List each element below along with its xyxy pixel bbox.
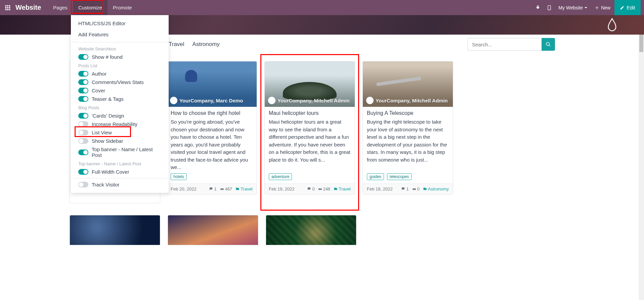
new-label: New [601, 5, 610, 10]
edit-label: Edit [627, 5, 635, 10]
card-telescope[interactable]: YourCompany, Mitchell Admin Buying A Tel… [362, 61, 453, 195]
card-title: Maui helicopter tours [269, 110, 351, 116]
comments-count: 1 [401, 186, 409, 191]
card-cover: YourCompany, Mitchell Admin [363, 61, 453, 107]
comment-icon [209, 187, 213, 191]
card-date: Feb 19, 2022 [269, 186, 295, 191]
nav-promote[interactable]: Promote [108, 0, 137, 15]
apps-icon[interactable] [3, 3, 12, 12]
category-link[interactable]: Travel [235, 186, 253, 191]
brand-title[interactable]: Website [15, 4, 41, 11]
mobile-icon[interactable] [544, 2, 555, 13]
card-author: YourCompany, Mitchell Admin [277, 98, 350, 103]
card-hotel[interactable]: YourCompany, Marc Demo How to choose the… [166, 61, 257, 195]
svg-rect-4 [7, 7, 8, 8]
card-tags: adventure [265, 173, 355, 183]
mywebsite-dropdown[interactable]: My Website [555, 5, 591, 10]
comments-count: 0 [307, 186, 314, 191]
card-partial[interactable] [168, 215, 258, 245]
tag[interactable]: adventure [269, 173, 292, 180]
avatar [366, 97, 374, 104]
search-input[interactable] [468, 38, 542, 51]
toggle-full-width-cover[interactable]: Full-Width Cover [71, 168, 169, 176]
section-posts-list: Posts List [71, 61, 169, 70]
toggle-show-sidebar[interactable]: Show Sidebar [71, 137, 169, 145]
svg-rect-8 [9, 9, 10, 10]
card-partial[interactable] [266, 215, 356, 245]
card-tags: guides telescopes [363, 173, 453, 183]
toggle-cards-design[interactable]: 'Cards' Design [71, 112, 169, 120]
tag[interactable]: telescopes [387, 173, 412, 180]
new-button[interactable]: New [591, 5, 614, 10]
tag[interactable]: guides [367, 173, 384, 180]
top-navbar: Website Pages Customize Promote My Websi… [0, 0, 644, 15]
svg-rect-7 [7, 9, 8, 10]
avatar [170, 97, 177, 104]
svg-point-12 [220, 188, 222, 190]
card-text: Maui helicopter tours are a great way to… [269, 118, 351, 164]
switch-icon [78, 121, 88, 127]
switch-icon [78, 54, 88, 60]
edit-button[interactable]: Edit [614, 0, 641, 15]
scrollbar[interactable] [639, 15, 644, 300]
card-text: Buying the right telescope to take your … [367, 118, 449, 164]
svg-point-17 [414, 188, 416, 190]
svg-rect-6 [5, 9, 7, 10]
svg-point-13 [222, 188, 224, 190]
theme-icon[interactable] [607, 18, 617, 31]
card-title: How to choose the right hotel [171, 110, 253, 116]
card-maui[interactable]: YourCompany, Mitchell Admin Maui helicop… [264, 61, 355, 195]
bug-icon[interactable] [532, 2, 544, 13]
card-footer: Feb 18, 2022 1 0 Astronomy [363, 183, 453, 194]
category-link[interactable]: Travel [334, 186, 351, 191]
card-date: Feb 20, 2022 [171, 186, 197, 191]
tag[interactable]: hotels [171, 173, 187, 180]
card-cover: YourCompany, Mitchell Admin [265, 61, 355, 107]
menu-add-features[interactable]: Add Features [71, 29, 169, 40]
customize-menu: HTML/CSS/JS Editor Add Features Website … [71, 15, 169, 193]
switch-icon [78, 113, 88, 119]
category-link[interactable]: Astronomy [423, 186, 449, 191]
svg-point-14 [318, 188, 320, 190]
toggle-show-found[interactable]: Show # found [71, 53, 169, 61]
toggle-comments-views[interactable]: Comments/Views Stats [71, 78, 169, 86]
nav-pages[interactable]: Pages [48, 0, 73, 15]
svg-rect-0 [5, 5, 7, 6]
switch-icon [78, 138, 88, 144]
caret-down-icon [584, 6, 588, 9]
section-blog-posts: Blog Posts [71, 103, 169, 112]
comment-icon [307, 187, 311, 191]
switch-icon [78, 88, 88, 93]
switch-icon [78, 79, 88, 85]
svg-point-10 [549, 9, 550, 9]
views-count: 0 [412, 186, 420, 191]
avatar [268, 97, 275, 104]
toggle-cover[interactable]: Cover [71, 86, 169, 95]
pencil-icon [620, 5, 625, 10]
views-count: 246 [318, 186, 331, 191]
toggle-list-view[interactable]: List View [71, 128, 169, 137]
filter-astronomy[interactable]: Astronomy [192, 41, 220, 48]
menu-html-editor[interactable]: HTML/CSS/JS Editor [71, 18, 169, 29]
card-footer: Feb 19, 2022 0 246 Travel [265, 183, 355, 194]
search-button[interactable] [542, 38, 555, 51]
filter-travel[interactable]: Travel [169, 41, 184, 48]
nav-customize[interactable]: Customize [73, 0, 108, 15]
card-author: YourCompany, Mitchell Admin [376, 98, 448, 103]
card-text: So you're going abroad, you've chosen yo… [171, 118, 253, 171]
views-count: 467 [220, 186, 232, 191]
switch-icon [78, 96, 88, 102]
toggle-track-visitor[interactable]: Track Visitor [71, 180, 169, 189]
svg-point-11 [546, 42, 549, 45]
toggle-top-banner[interactable]: Top banner - Name / Latest Post [71, 145, 169, 159]
comment-icon [401, 187, 405, 191]
card-partial[interactable] [70, 215, 160, 245]
folder-icon [334, 187, 338, 191]
comments-count: 1 [209, 186, 216, 191]
card-tags: hotels [167, 173, 257, 183]
toggle-teaser-tags[interactable]: Teaser & Tags [71, 95, 169, 103]
mywebsite-label: My Website [558, 5, 583, 10]
svg-rect-5 [9, 7, 10, 8]
toggle-author[interactable]: Author [71, 70, 169, 78]
toggle-increase-readability[interactable]: Increase Readability [71, 120, 169, 128]
